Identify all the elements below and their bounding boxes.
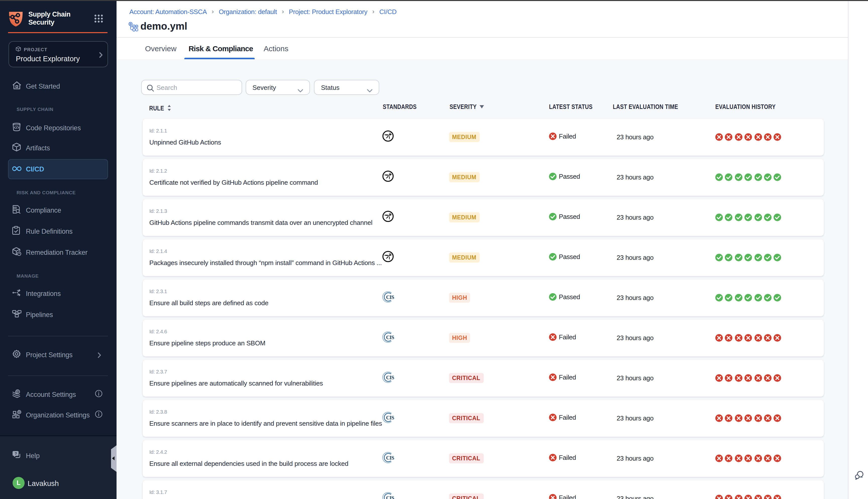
svg-text:CIS: CIS xyxy=(386,495,394,499)
svg-text:?: ? xyxy=(14,451,17,455)
svg-text:CIS: CIS xyxy=(386,334,394,340)
svg-text:CIS: CIS xyxy=(386,294,394,300)
svg-text:CIS: CIS xyxy=(386,375,394,380)
svg-text:CIS: CIS xyxy=(386,455,394,461)
svg-text:CIS: CIS xyxy=(386,415,394,421)
